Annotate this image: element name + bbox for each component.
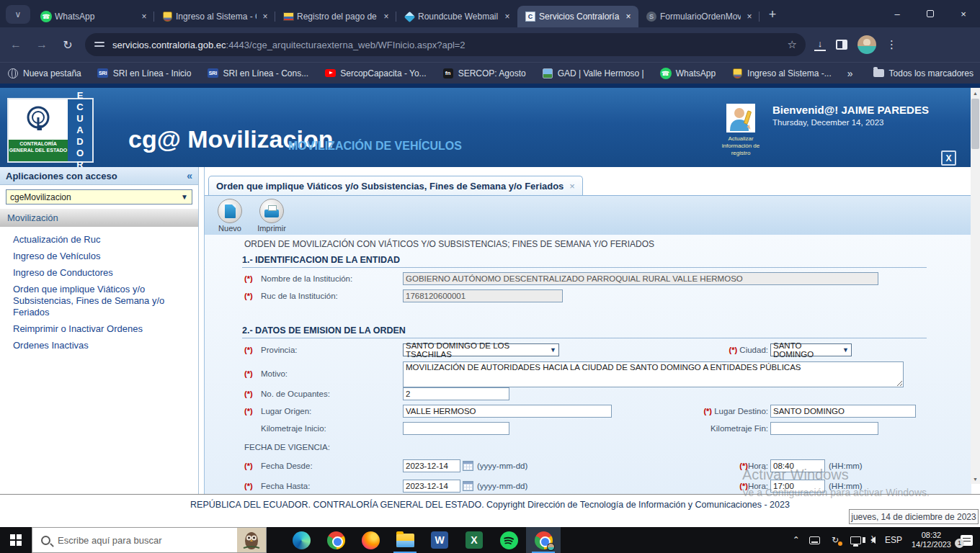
window-maximize-button[interactable]: [914, 0, 947, 27]
taskbar-clock[interactable]: 08:32 14/12/2023: [912, 531, 951, 549]
scroll-down-icon[interactable]: ▼: [971, 474, 980, 484]
tab-close-icon[interactable]: ×: [259, 11, 271, 22]
sync-status-icon[interactable]: ↻: [829, 535, 841, 545]
address-bar[interactable]: servicios.contraloria.gob.ec:4443/cge_ar…: [85, 33, 806, 56]
new-tab-button[interactable]: +: [762, 4, 783, 24]
taskbar-chrome[interactable]: [318, 527, 353, 553]
window-minimize-button[interactable]: –: [881, 0, 914, 27]
sidebar-item-reimprimir[interactable]: Reimprimir o Inactivar Ordenes: [13, 323, 194, 335]
taskbar-word[interactable]: W: [422, 527, 457, 553]
bookmark-sri-consultas[interactable]: SRISRI en Línea - Cons...: [207, 68, 308, 79]
tab-close-icon[interactable]: ×: [502, 11, 513, 22]
new-document-icon: [225, 204, 236, 218]
fecha-hasta-input[interactable]: [403, 480, 460, 493]
sidebar-item-ingreso-vehiculos[interactable]: Ingreso de Vehículos: [13, 251, 194, 262]
url-path: :4443/cge_arquitecturaexterna_web/WFInic…: [226, 40, 466, 50]
owl-widget[interactable]: [237, 528, 266, 552]
sidebar-collapse-icon[interactable]: «: [187, 170, 192, 181]
window-controls: – ×: [881, 0, 980, 27]
tab-search-button[interactable]: ∨: [6, 5, 30, 24]
bookmark-whatsapp[interactable]: ☎WhatsApp: [660, 68, 716, 79]
scrollbar-thumb[interactable]: [971, 99, 979, 149]
calendar-icon[interactable]: [463, 481, 473, 491]
kilometraje-fin-input[interactable]: [770, 422, 878, 435]
volume-icon[interactable]: [870, 536, 876, 544]
notification-center-icon[interactable]: 1: [961, 535, 973, 546]
motivo-textarea[interactable]: MOVILIZACIÓN DE AUTORIDADES HACIA LA CIU…: [403, 361, 904, 387]
taskbar-spotify[interactable]: [491, 527, 526, 553]
kilometraje-inicio-input[interactable]: [403, 422, 509, 435]
lugar-destino-input[interactable]: [770, 405, 916, 418]
sri-icon: SRI: [208, 68, 218, 78]
sidebar-group-movilizacion[interactable]: Movilización: [0, 209, 198, 227]
word-icon: W: [431, 531, 448, 549]
window-close-button[interactable]: ×: [947, 0, 980, 27]
tab-roundcube[interactable]: Roundcube Webmail ×: [396, 6, 517, 27]
tab-ingreso-sistema[interactable]: Ingreso al Sistema - C ×: [154, 6, 275, 27]
ecuador-shield-icon: [733, 68, 742, 78]
field-label: Lugar Destino:: [714, 407, 768, 415]
browser-navbar: ← → ↻ servicios.contraloria.gob.ec:4443/…: [0, 27, 980, 62]
bookmark-gad-valle-hermoso[interactable]: GAD | Valle Hermoso |: [542, 68, 644, 79]
sidebar-item-orden-viaticos[interactable]: Orden que implique Viáticos y/o Subsiste…: [13, 284, 194, 318]
fecha-desde-input[interactable]: [403, 459, 460, 472]
taskbar-edge[interactable]: [284, 527, 318, 553]
lugar-origen-input[interactable]: [403, 405, 612, 418]
session-close-button[interactable]: X: [941, 150, 956, 166]
browser-menu-icon[interactable]: ⋮: [886, 38, 897, 51]
ciudad-select[interactable]: SANTO DOMINGO ▼: [770, 343, 852, 356]
taskbar-search[interactable]: Escribe aquí para buscar: [32, 527, 267, 553]
tab-close-icon[interactable]: ×: [138, 11, 150, 22]
forward-icon[interactable]: →: [32, 35, 52, 55]
taskbar-explorer[interactable]: [388, 527, 422, 553]
taskbar-firefox[interactable]: [353, 527, 388, 553]
document-tab-close-icon[interactable]: ×: [569, 181, 575, 192]
all-bookmarks-button[interactable]: Todos los marcadores: [873, 68, 974, 79]
tab-close-icon[interactable]: ×: [380, 11, 392, 22]
start-button[interactable]: [0, 527, 32, 553]
reload-icon[interactable]: ↻: [58, 35, 78, 55]
application-select[interactable]: cgeMovilizacion ▼: [6, 189, 192, 204]
sidebar-item-actualizacion-ruc[interactable]: Actualización de Ruc: [13, 234, 194, 246]
tab-formulario-orden[interactable]: S FormularioOrdenMov ×: [638, 6, 760, 27]
profile-avatar[interactable]: [858, 35, 876, 54]
bookmark-sri-inicio[interactable]: SRISRI en Línea - Inicio: [97, 68, 192, 79]
document-tab-orden[interactable]: Orden que implique Viáticos y/o Subsiste…: [208, 176, 583, 195]
tab-close-icon[interactable]: ×: [744, 11, 755, 22]
ruc-institucion-input[interactable]: [403, 289, 563, 302]
bookmark-sercop-agosto[interactable]: fnSERCOP: Agosto: [442, 68, 526, 79]
tab-close-icon[interactable]: ×: [623, 11, 634, 22]
taskbar-excel[interactable]: X: [457, 527, 491, 553]
side-panel-icon[interactable]: [836, 40, 847, 50]
bookmark-nueva-pestana[interactable]: Nueva pestaña: [7, 68, 81, 79]
calendar-icon[interactable]: [463, 461, 473, 471]
touch-keyboard-icon[interactable]: [809, 536, 820, 544]
browser-tabbar: ∨ ☎ WhatsApp × Ingreso al Sistema - C × …: [0, 0, 980, 27]
tab-registro-pago[interactable]: Registro del pago de ×: [275, 6, 396, 27]
avatar-caption[interactable]: Actualizar información de registro: [718, 135, 764, 157]
ocupantes-input[interactable]: [403, 387, 509, 400]
downloads-icon[interactable]: ↓: [814, 40, 826, 50]
taskbar-chrome-active[interactable]: [526, 527, 561, 553]
nombre-institucion-input[interactable]: [403, 272, 878, 285]
bookmark-sercopcapacita[interactable]: SercopCapacita - Yo...: [324, 68, 426, 79]
language-indicator[interactable]: ESP: [885, 535, 902, 545]
scroll-up-icon[interactable]: ▲: [971, 88, 980, 98]
new-button[interactable]: Nuevo: [212, 199, 248, 233]
bookmarks-overflow-icon[interactable]: »: [847, 68, 853, 79]
sidebar-item-ingreso-conductores[interactable]: Ingreso de Conductores: [13, 267, 194, 279]
print-button[interactable]: Imprimir: [254, 199, 290, 233]
bookmark-star-icon[interactable]: ☆: [788, 38, 797, 51]
page-scrollbar[interactable]: ▲ ▼: [971, 88, 980, 484]
sidebar-menu: Actualización de Ruc Ingreso de Vehículo…: [0, 227, 198, 351]
provincia-select[interactable]: SANTO DOMINGO DE LOS TSACHILAS ▼: [403, 343, 559, 356]
back-icon[interactable]: ←: [6, 35, 26, 55]
sidebar-item-ordenes-inactivas[interactable]: Ordenes Inactivas: [13, 340, 194, 351]
update-info-avatar[interactable]: [726, 104, 755, 132]
bookmark-ingreso-sistema[interactable]: Ingreso al Sistema -...: [731, 68, 832, 79]
tray-expand-icon[interactable]: ⌃: [793, 535, 800, 545]
tab-whatsapp[interactable]: ☎ WhatsApp ×: [33, 6, 154, 27]
site-settings-icon[interactable]: [94, 39, 105, 50]
network-icon[interactable]: [850, 536, 861, 544]
tab-servicios-contraloria-active[interactable]: C Servicios Contraloría ×: [517, 6, 638, 27]
